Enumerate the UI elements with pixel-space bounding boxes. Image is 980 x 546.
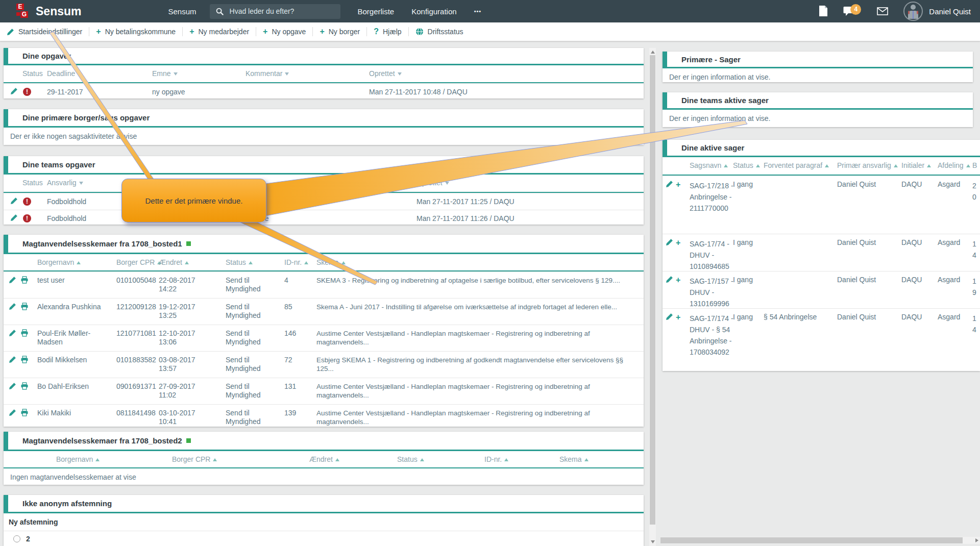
cell-borger-cpr: 0811841498: [116, 409, 156, 417]
edit-icon[interactable]: [666, 313, 673, 322]
column-skema[interactable]: Skema: [559, 455, 589, 463]
cell-id-nr: 72: [284, 356, 292, 364]
print-icon[interactable]: [20, 276, 29, 286]
mail-icon[interactable]: [877, 7, 888, 15]
toolbar-ny-borger[interactable]: + Ny borger: [313, 26, 366, 37]
column-id-nr[interactable]: ID-nr.: [484, 455, 508, 463]
table-row: ! Fodboldhold Man 27-11-2017 11:25 / DAQ…: [4, 193, 644, 210]
vertical-scrollbar[interactable]: [649, 48, 656, 546]
edit-icon[interactable]: [666, 180, 673, 190]
add-icon[interactable]: +: [676, 313, 680, 321]
column-status[interactable]: Status: [226, 258, 253, 266]
document-icon[interactable]: [819, 6, 828, 17]
table-row: Bodil Mikkelsen 0101883582 03-08-2017 13…: [4, 351, 644, 378]
horizontal-scroll-thumb[interactable]: [660, 537, 963, 543]
chat-icon[interactable]: 4: [843, 6, 854, 16]
panel-header: Dine opgaver: [4, 48, 644, 65]
user-name[interactable]: Daniel Quist: [929, 7, 971, 16]
scroll-down-icon[interactable]: [651, 540, 655, 543]
print-icon[interactable]: [20, 382, 29, 392]
empty-message: Der er ikke nogen sagsaktiviteter at vis…: [4, 128, 644, 140]
global-search[interactable]: [210, 4, 340, 19]
eg-logo[interactable]: E G: [13, 4, 31, 19]
column-oprettet[interactable]: Oprettet: [369, 69, 402, 78]
column-status[interactable]: Status: [733, 161, 760, 169]
edit-icon[interactable]: [9, 409, 16, 418]
cell-sagsnavn[interactable]: SAG-17/74 - DHUV - 1010894685: [690, 238, 733, 272]
add-icon[interactable]: +: [676, 180, 680, 189]
column-oprettet[interactable]: Oprettet: [416, 179, 449, 187]
cell-sagsnavn[interactable]: SAG-17/174 - DHUV - § 54 Anbringelse - 1…: [690, 313, 733, 358]
cell-borgernavn: test user: [37, 276, 111, 285]
edit-icon[interactable]: [666, 238, 673, 248]
column-initialer[interactable]: Initialer: [901, 161, 931, 169]
edit-icon[interactable]: [9, 303, 16, 312]
column-kommentar[interactable]: Kommentar: [246, 69, 289, 78]
print-icon[interactable]: [20, 303, 29, 312]
print-icon[interactable]: [20, 329, 29, 339]
search-input[interactable]: [229, 7, 333, 16]
radio-label: 2: [26, 535, 30, 543]
table-header: Borgernavn Borger CPR Ændret Status ID-n…: [4, 451, 644, 468]
table-row: ! 29-11-2017 ny opgave Man 27-11-2017 10…: [4, 83, 644, 100]
toolbar-label: Driftsstatus: [428, 28, 463, 36]
menu-item-borgerliste[interactable]: Borgerliste: [358, 7, 395, 16]
toolbar-hjaelp[interactable]: ? Hjælp: [367, 26, 408, 37]
add-icon[interactable]: +: [676, 276, 680, 284]
column-id-nr[interactable]: ID-nr.: [284, 258, 308, 266]
vertical-scroll-thumb[interactable]: [650, 55, 655, 525]
column-deadline[interactable]: Deadline: [47, 69, 82, 78]
column-aendret[interactable]: Ændret: [309, 455, 339, 463]
user-avatar[interactable]: [903, 2, 923, 21]
column-afdeling[interactable]: Afdeling: [938, 161, 970, 169]
column-ansvarlig[interactable]: Ansvarlig: [47, 179, 83, 187]
column-borger-clipped[interactable]: B: [972, 161, 977, 169]
column-kommentar[interactable]: Kommentar: [318, 179, 361, 187]
horizontal-scrollbar[interactable]: [660, 537, 980, 544]
cell-oprettet: Man 27-11-2017 10:48 / DAQU: [369, 88, 468, 96]
column-borgernavn[interactable]: Borgernavn: [56, 455, 100, 463]
table-header: Status Ansvarlig Deadline Emne Kommentar…: [4, 175, 644, 193]
menu-item-sensum[interactable]: Sensum: [168, 7, 196, 16]
top-navigation-bar: E G Sensum Sensum Borgerliste Konfigurat…: [0, 0, 980, 22]
more-menu-icon[interactable]: •••: [474, 8, 482, 14]
toolbar-ny-medarbejder[interactable]: + Ny medarbejder: [183, 26, 256, 37]
column-borger-cpr[interactable]: Borger CPR: [116, 258, 161, 266]
column-borgernavn[interactable]: Borgernavn: [37, 258, 81, 266]
column-forventet-paragraf[interactable]: Forventet paragraf: [764, 161, 829, 169]
edit-icon[interactable]: [10, 87, 18, 97]
column-status[interactable]: Status: [22, 69, 43, 78]
column-status[interactable]: Status: [22, 179, 43, 187]
toolbar-driftsstatus[interactable]: Driftsstatus: [409, 26, 470, 37]
add-icon[interactable]: +: [676, 238, 680, 247]
sort-asc-icon: [420, 458, 424, 461]
edit-icon[interactable]: [10, 197, 18, 207]
toolbar-startsideindstillinger[interactable]: Startsideindstillinger: [0, 26, 89, 37]
column-aendret[interactable]: Ændret: [159, 258, 189, 266]
column-primaer-ansvarlig[interactable]: Primær ansvarlig: [837, 161, 898, 169]
print-icon[interactable]: [20, 356, 29, 365]
edit-icon[interactable]: [10, 214, 18, 224]
scroll-right-icon[interactable]: [975, 538, 978, 542]
edit-icon[interactable]: [9, 329, 16, 339]
cell-sagsnavn[interactable]: SAG-17/218 - Anbringelse - 2111770000: [690, 180, 733, 214]
column-status[interactable]: Status: [397, 455, 424, 463]
topbar-right-icons: 4 Daniel Quist: [803, 2, 971, 21]
edit-icon[interactable]: [666, 276, 673, 285]
column-sagsnavn[interactable]: Sagsnavn: [690, 161, 728, 169]
print-icon[interactable]: [20, 409, 29, 418]
column-borger-cpr[interactable]: Borger CPR: [172, 455, 217, 463]
menu-item-konfiguration[interactable]: Konfiguration: [411, 7, 456, 16]
radio-button[interactable]: [13, 535, 20, 542]
toolbar-ny-opgave[interactable]: + Ny opgave: [256, 26, 312, 37]
cell-initialer: DAQU: [901, 313, 922, 321]
edit-icon[interactable]: [9, 382, 16, 392]
cell-id-nr: 131: [284, 382, 296, 391]
column-emne[interactable]: Emne: [152, 69, 178, 78]
toolbar-ny-betalingskommune[interactable]: + Ny betalingskommune: [89, 26, 182, 37]
edit-icon[interactable]: [9, 276, 16, 286]
cell-sagsnavn[interactable]: SAG-17/157 - DHUV - 1310169996: [690, 276, 733, 309]
scroll-up-icon[interactable]: [651, 51, 655, 54]
column-skema[interactable]: Skema: [316, 258, 346, 266]
edit-icon[interactable]: [9, 356, 16, 365]
